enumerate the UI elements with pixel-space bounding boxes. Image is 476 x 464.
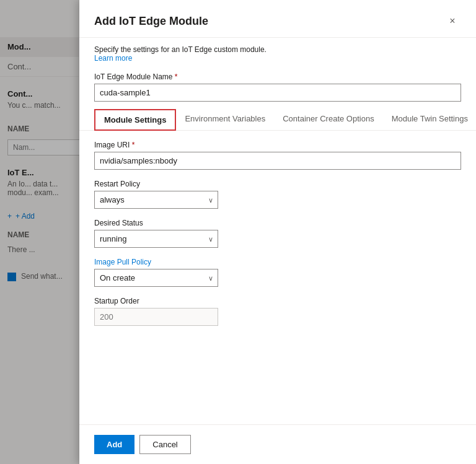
restart-policy-group: Restart Policy always never on-failure o… xyxy=(94,180,461,209)
image-pull-policy-wrapper: On create Never ∨ xyxy=(94,269,218,287)
image-pull-policy-label: Image Pull Policy xyxy=(94,258,461,266)
cancel-button[interactable]: Cancel xyxy=(139,435,190,454)
module-name-label: IoT Edge Module Name * xyxy=(94,72,461,81)
restart-policy-select[interactable]: always never on-failure on-unhealthy xyxy=(94,191,218,209)
tab-environment-variables[interactable]: Environment Variables xyxy=(176,109,274,130)
modal-header: Add IoT Edge Module × xyxy=(79,0,476,38)
add-button[interactable]: Add xyxy=(94,435,134,454)
required-indicator: * xyxy=(175,72,178,81)
desired-status-select[interactable]: running stopped xyxy=(94,230,218,248)
learn-more-link[interactable]: Learn more xyxy=(94,54,132,63)
image-pull-policy-group: Image Pull Policy On create Never ∨ xyxy=(94,258,461,287)
image-uri-group: Image URI * xyxy=(94,141,461,170)
tab-module-settings[interactable]: Module Settings xyxy=(94,109,176,131)
module-name-section: IoT Edge Module Name * xyxy=(79,65,476,107)
module-name-input[interactable] xyxy=(94,84,461,102)
modal-tabs: Module Settings Environment Variables Co… xyxy=(79,109,476,131)
image-uri-required: * xyxy=(132,141,135,149)
restart-policy-wrapper: always never on-failure on-unhealthy ∨ xyxy=(94,191,218,209)
startup-order-group: Startup Order xyxy=(94,297,461,326)
desired-status-group: Desired Status running stopped ∨ xyxy=(94,219,461,248)
modal-close-button[interactable]: × xyxy=(444,12,461,30)
startup-order-label: Startup Order xyxy=(94,297,461,305)
modal-overlay: Add IoT Edge Module × Specify the settin… xyxy=(0,0,476,464)
desired-status-wrapper: running stopped ∨ xyxy=(94,230,218,248)
image-pull-policy-select[interactable]: On create Never xyxy=(94,269,218,287)
restart-policy-label: Restart Policy xyxy=(94,180,461,188)
modal-dialog: Add IoT Edge Module × Specify the settin… xyxy=(79,0,476,464)
image-uri-label: Image URI * xyxy=(94,141,461,149)
modal-title: Add IoT Edge Module xyxy=(94,15,208,28)
image-uri-input[interactable] xyxy=(94,152,461,170)
modal-footer: Add Cancel xyxy=(79,424,476,464)
desired-status-label: Desired Status xyxy=(94,219,461,227)
modal-body: Image URI * Restart Policy always never … xyxy=(79,131,476,424)
tab-container-create-options[interactable]: Container Create Options xyxy=(274,109,382,130)
modal-description: Specify the settings for an IoT Edge cus… xyxy=(79,38,476,65)
startup-order-input[interactable] xyxy=(94,308,218,326)
tab-module-twin-settings[interactable]: Module Twin Settings xyxy=(383,109,476,130)
